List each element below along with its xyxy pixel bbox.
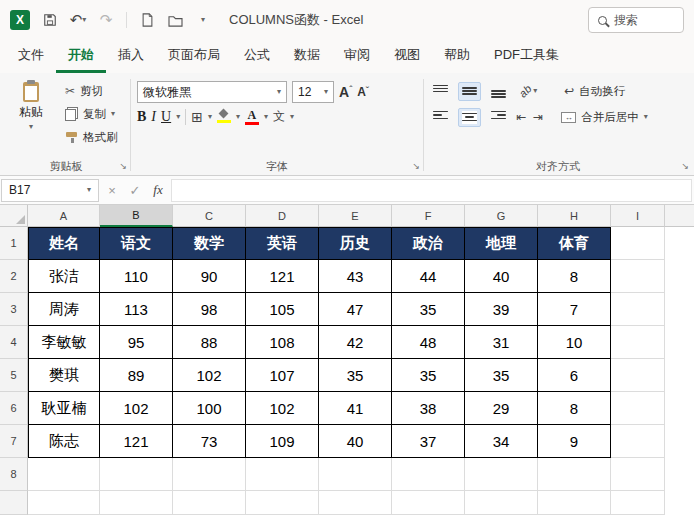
data-cell[interactable]: 107: [246, 359, 319, 392]
cell[interactable]: [611, 425, 665, 458]
enter-button[interactable]: ✓: [125, 179, 145, 201]
data-cell[interactable]: 6: [538, 359, 611, 392]
cell[interactable]: [100, 458, 173, 491]
phonetic-guide-button[interactable]: 文: [273, 108, 285, 125]
dialog-launcher-icon[interactable]: ↘: [119, 161, 127, 171]
column-header-E[interactable]: E: [319, 205, 392, 227]
table-header-cell[interactable]: 英语: [246, 227, 319, 260]
font-color-button[interactable]: A: [245, 109, 259, 125]
formula-input[interactable]: [171, 179, 692, 202]
data-cell[interactable]: 35: [392, 293, 465, 326]
data-cell[interactable]: 121: [246, 260, 319, 293]
data-cell[interactable]: 108: [246, 326, 319, 359]
cell[interactable]: [319, 458, 392, 491]
tab-page-layout[interactable]: 页面布局: [156, 40, 232, 73]
cell[interactable]: [538, 458, 611, 491]
tab-pdf-tools[interactable]: PDF工具集: [482, 40, 571, 73]
data-cell[interactable]: 113: [100, 293, 173, 326]
cell[interactable]: [538, 491, 611, 515]
data-cell[interactable]: 110: [100, 260, 173, 293]
borders-button[interactable]: ⊞: [191, 109, 203, 125]
italic-button[interactable]: I: [151, 109, 156, 125]
cell[interactable]: [611, 227, 665, 260]
new-file-button[interactable]: [135, 7, 159, 33]
row-header-7[interactable]: 7: [0, 425, 28, 458]
data-cell[interactable]: 102: [173, 359, 246, 392]
decrease-indent-button[interactable]: ⇤: [516, 110, 526, 124]
tab-review[interactable]: 审阅: [332, 40, 382, 73]
merge-center-button[interactable]: ↔ 合并后居中 ▾: [558, 107, 651, 127]
excel-logo-icon[interactable]: X: [10, 10, 30, 30]
data-cell[interactable]: 34: [465, 425, 538, 458]
data-cell[interactable]: 周涛: [28, 293, 100, 326]
tab-view[interactable]: 视图: [382, 40, 432, 73]
cell[interactable]: [319, 491, 392, 515]
save-button[interactable]: [38, 7, 62, 33]
table-header-cell[interactable]: 语文: [100, 227, 173, 260]
data-cell[interactable]: 35: [392, 359, 465, 392]
cell[interactable]: [465, 458, 538, 491]
data-cell[interactable]: 44: [392, 260, 465, 293]
cell[interactable]: [465, 491, 538, 515]
data-cell[interactable]: 37: [392, 425, 465, 458]
data-cell[interactable]: 39: [465, 293, 538, 326]
data-cell[interactable]: 95: [100, 326, 173, 359]
table-header-cell[interactable]: 数学: [173, 227, 246, 260]
cell[interactable]: [28, 491, 100, 515]
data-cell[interactable]: 41: [319, 392, 392, 425]
increase-indent-button[interactable]: ⇥: [533, 110, 543, 124]
tab-data[interactable]: 数据: [282, 40, 332, 73]
column-header-C[interactable]: C: [173, 205, 246, 227]
font-name-combo[interactable]: 微软雅黑 ▾: [137, 81, 287, 103]
tab-help[interactable]: 帮助: [432, 40, 482, 73]
dialog-launcher-icon[interactable]: ↘: [412, 161, 420, 171]
row-header-3[interactable]: 3: [0, 293, 28, 326]
row-header-8[interactable]: 8: [0, 458, 28, 491]
data-cell[interactable]: 73: [173, 425, 246, 458]
font-size-combo[interactable]: 12 ▾: [292, 81, 334, 103]
row-header-6[interactable]: 6: [0, 392, 28, 425]
select-all-button[interactable]: [0, 205, 28, 227]
data-cell[interactable]: 47: [319, 293, 392, 326]
table-header-cell[interactable]: 体育: [538, 227, 611, 260]
data-cell[interactable]: 43: [319, 260, 392, 293]
row-header-partial[interactable]: [0, 491, 28, 515]
data-cell[interactable]: 90: [173, 260, 246, 293]
tab-formulas[interactable]: 公式: [232, 40, 282, 73]
format-painter-button[interactable]: 格式刷: [62, 127, 121, 147]
cell[interactable]: [100, 491, 173, 515]
row-header-2[interactable]: 2: [0, 260, 28, 293]
cell[interactable]: [173, 491, 246, 515]
data-cell[interactable]: 李敏敏: [28, 326, 100, 359]
table-header-cell[interactable]: 历史: [319, 227, 392, 260]
align-center-button[interactable]: [458, 108, 481, 127]
data-cell[interactable]: 10: [538, 326, 611, 359]
cell[interactable]: [246, 491, 319, 515]
underline-button[interactable]: U: [161, 109, 171, 125]
column-header-G[interactable]: G: [465, 205, 538, 227]
bold-button[interactable]: B: [137, 109, 146, 125]
decrease-font-button[interactable]: Aˇ: [357, 85, 369, 99]
table-header-cell[interactable]: 地理: [465, 227, 538, 260]
data-cell[interactable]: 102: [100, 392, 173, 425]
cell[interactable]: [611, 260, 665, 293]
data-cell[interactable]: 38: [392, 392, 465, 425]
cell[interactable]: [611, 326, 665, 359]
data-cell[interactable]: 9: [538, 425, 611, 458]
row-header-1[interactable]: 1: [0, 227, 28, 260]
paste-button[interactable]: 粘贴 ▾: [8, 79, 54, 131]
search-box[interactable]: 搜索: [588, 7, 684, 33]
increase-font-button[interactable]: Aˆ: [339, 84, 352, 100]
tab-file[interactable]: 文件: [6, 40, 56, 73]
row-header-4[interactable]: 4: [0, 326, 28, 359]
undo-button[interactable]: ↶▾: [66, 7, 90, 33]
data-cell[interactable]: 张洁: [28, 260, 100, 293]
copy-button[interactable]: 复制 ▾: [62, 104, 121, 124]
column-header-D[interactable]: D: [246, 205, 319, 227]
table-header-cell[interactable]: 姓名: [28, 227, 100, 260]
data-cell[interactable]: 31: [465, 326, 538, 359]
column-header-F[interactable]: F: [392, 205, 465, 227]
data-cell[interactable]: 48: [392, 326, 465, 359]
column-header-H[interactable]: H: [538, 205, 611, 227]
data-cell[interactable]: 35: [319, 359, 392, 392]
